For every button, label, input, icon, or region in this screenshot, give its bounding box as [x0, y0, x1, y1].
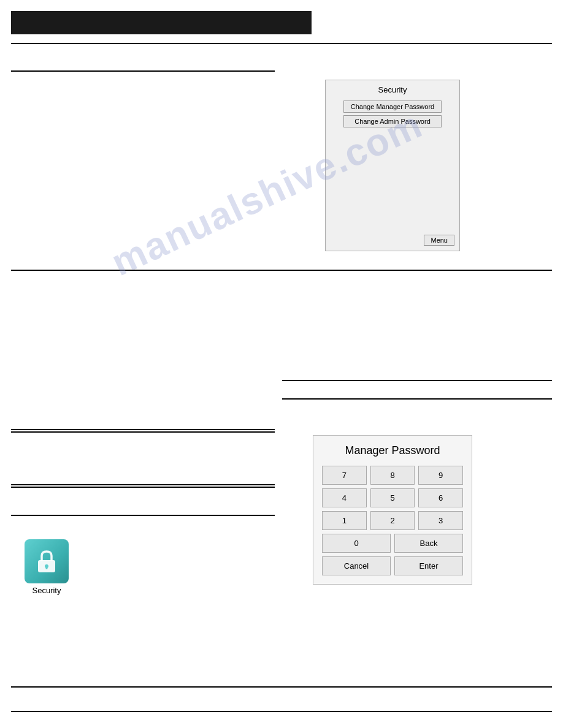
numpad-back[interactable]: Back [394, 534, 463, 553]
lower-line-4 [11, 487, 275, 488]
manager-password-panel: Manager Password 7 8 9 4 5 6 1 2 3 0 Bac… [313, 435, 472, 585]
bottom-line-2 [11, 711, 552, 712]
security-icon-box [25, 539, 69, 583]
bottom-line-1 [11, 686, 552, 688]
svg-rect-2 [46, 566, 48, 569]
menu-button[interactable]: Menu [424, 235, 454, 246]
numpad-1[interactable]: 1 [322, 511, 367, 530]
change-manager-password-button[interactable]: Change Manager Password [343, 100, 442, 113]
mid-divider-3 [282, 398, 552, 400]
mid-divider-2 [282, 380, 552, 381]
numpad-row-zero-back: 0 Back [322, 534, 463, 553]
lower-line-2 [11, 431, 275, 433]
numpad-row-actions: Cancel Enter [322, 556, 463, 575]
numpad-grid-row2: 4 5 6 [322, 488, 463, 507]
security-icon-wrap: Security [25, 539, 69, 595]
section-line-1 [11, 70, 275, 72]
numpad-4[interactable]: 4 [322, 488, 367, 507]
lower-line-1 [11, 429, 275, 430]
numpad-8[interactable]: 8 [370, 466, 415, 485]
security-panel-title: Security [326, 80, 459, 98]
numpad-6[interactable]: 6 [418, 488, 463, 507]
lower-line-3 [11, 484, 275, 485]
numpad-enter[interactable]: Enter [394, 556, 463, 575]
security-panel: Security Change Manager Password Change … [325, 80, 460, 251]
change-admin-password-button[interactable]: Change Admin Password [343, 115, 442, 127]
numpad-grid-row1: 7 8 9 [322, 466, 463, 485]
lower-line-5 [11, 515, 275, 516]
numpad-0[interactable]: 0 [322, 534, 391, 553]
numpad-2[interactable]: 2 [370, 511, 415, 530]
mid-divider-1 [11, 270, 552, 271]
numpad-grid-row3: 1 2 3 [322, 511, 463, 530]
manager-password-title: Manager Password [322, 444, 463, 457]
numpad-7[interactable]: 7 [322, 466, 367, 485]
lock-icon [33, 548, 60, 575]
security-icon-label: Security [33, 586, 61, 595]
top-divider [11, 43, 552, 44]
numpad-cancel[interactable]: Cancel [322, 556, 391, 575]
numpad-5[interactable]: 5 [370, 488, 415, 507]
numpad-9[interactable]: 9 [418, 466, 463, 485]
numpad-3[interactable]: 3 [418, 511, 463, 530]
header-bar [11, 11, 312, 34]
